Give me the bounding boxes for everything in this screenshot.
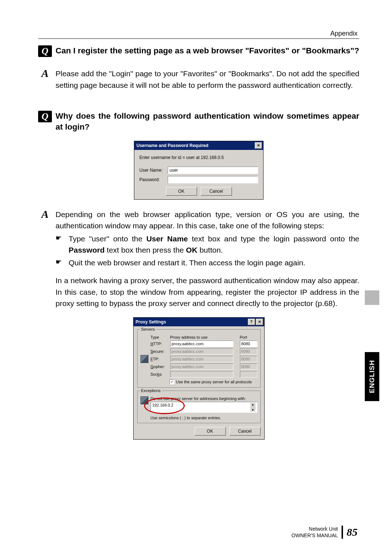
username-input[interactable]: user xyxy=(168,167,258,174)
password-label: Password: xyxy=(139,177,168,182)
gopher-addr-input[interactable]: proxy.aabbcc.com xyxy=(170,363,233,370)
socks-addr-input[interactable] xyxy=(170,371,233,378)
proxy-titlebar: Proxy Settings ? ✕ xyxy=(134,318,264,326)
bullet-icon: ☛ xyxy=(56,233,69,244)
socks-port-input[interactable] xyxy=(240,371,257,378)
secure-addr-input[interactable]: proxy.aabbcc.com xyxy=(170,348,233,355)
q-badge: Q xyxy=(38,45,52,57)
header-section: Appendix xyxy=(330,30,358,37)
question-2: Why does the following password authenti… xyxy=(56,111,359,133)
side-tab-stub xyxy=(365,290,379,305)
answer-2-para2: In a network having a proxy server, the … xyxy=(56,275,359,309)
close-icon[interactable]: ✕ xyxy=(256,319,263,325)
auth-titlebar: Username and Password Required ✕ xyxy=(134,141,263,150)
username-label: User Name: xyxy=(139,168,168,173)
exceptions-legend: Exceptions xyxy=(140,388,162,393)
secure-port-input[interactable]: 8080 xyxy=(240,348,257,355)
footer-line1: Network Unit xyxy=(291,526,338,532)
socks-label: Socks: xyxy=(151,372,169,376)
ok-button[interactable]: OK xyxy=(166,187,197,196)
auth-dialog: Username and Password Required ✕ Enter u… xyxy=(134,141,264,200)
help-icon[interactable]: ? xyxy=(248,319,255,325)
servers-legend: Servers xyxy=(140,327,156,331)
question-1: Can I register the setting page as a web… xyxy=(56,45,359,56)
exceptions-group: Exceptions Do not use proxy server for a… xyxy=(137,391,261,423)
footer-line2: OWNER'S MANUAL xyxy=(291,532,338,539)
exceptions-hint-bottom: Use semicolons ( ; ) to separate entries… xyxy=(151,416,257,420)
col-port: Port xyxy=(240,335,257,339)
bullet-1: Type "user" onto the User Name text box … xyxy=(69,233,359,256)
page-number: 85 xyxy=(347,526,358,538)
http-addr-input[interactable]: proxy.aabbcc.com xyxy=(170,340,233,347)
gopher-port-input[interactable]: 8080 xyxy=(240,363,257,370)
col-type: Type xyxy=(151,335,169,339)
q-badge: Q xyxy=(38,111,52,122)
ok-button[interactable]: OK xyxy=(195,427,226,436)
answer-1: Please add the "Login" page to your "Fav… xyxy=(56,68,359,91)
http-label: HTTP: xyxy=(151,342,169,346)
ftp-addr-input[interactable]: proxy.aabbcc.com xyxy=(170,356,233,362)
password-input[interactable] xyxy=(168,176,258,183)
language-tab: ENGLISH xyxy=(365,352,379,401)
gopher-label: Gopher: xyxy=(151,364,169,369)
answer-2-intro: Depending on the web browser application… xyxy=(56,209,359,232)
auth-title: Username and Password Required xyxy=(136,143,208,148)
bullet-icon: ☛ xyxy=(56,257,69,268)
exceptions-hint-top: Do not use proxy server for addresses be… xyxy=(151,396,257,401)
footer-divider xyxy=(342,526,343,539)
cancel-button[interactable]: Cancel xyxy=(201,187,232,196)
ftp-label: FTP: xyxy=(151,357,169,361)
exceptions-input[interactable]: 192.168.0.2 xyxy=(152,403,173,412)
a-badge: A xyxy=(38,209,52,220)
same-proxy-checkbox[interactable]: ✓ xyxy=(170,379,175,384)
footer: Network Unit OWNER'S MANUAL 85 xyxy=(291,526,358,539)
a-badge: A xyxy=(38,68,52,79)
close-icon[interactable]: ✕ xyxy=(255,142,262,149)
cancel-button[interactable]: Cancel xyxy=(229,427,261,436)
auth-message: Enter username for id = user at 192.168.… xyxy=(139,155,258,160)
http-port-input[interactable]: 8080 xyxy=(240,340,257,347)
proxy-dialog: Proxy Settings ? ✕ Servers Type Proxy ad… xyxy=(133,317,265,440)
servers-group: Servers Type Proxy address to use Port H… xyxy=(137,329,261,388)
scrollbar[interactable]: ▲▼ xyxy=(250,403,256,412)
col-addr: Proxy address to use xyxy=(170,335,233,339)
secure-label: Secure: xyxy=(151,349,169,354)
servers-icon xyxy=(140,355,148,363)
header-rule xyxy=(38,38,359,39)
exceptions-icon xyxy=(140,396,148,404)
proxy-title: Proxy Settings xyxy=(136,319,166,325)
ftp-port-input[interactable]: 8080 xyxy=(240,356,257,362)
same-proxy-label: Use the same proxy server for all protoc… xyxy=(176,380,252,384)
bullet-2: Quit the web browser and restart it. The… xyxy=(69,257,359,269)
